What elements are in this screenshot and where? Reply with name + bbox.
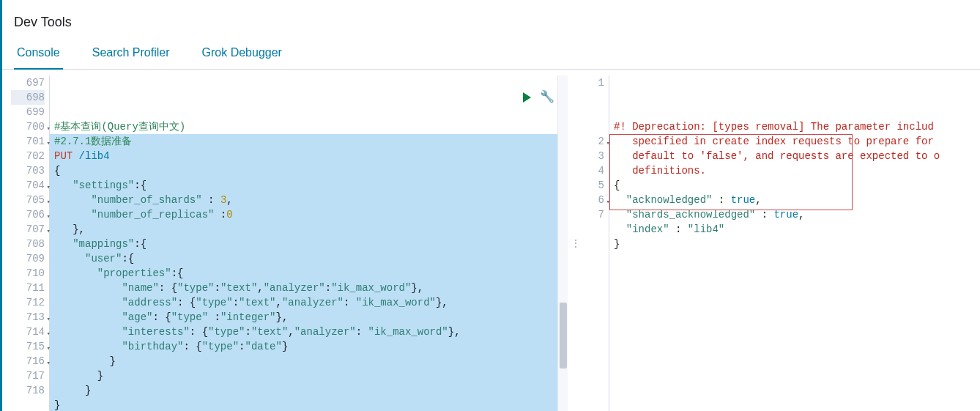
editor-scrollbar[interactable] bbox=[557, 75, 568, 411]
token: /lib4 bbox=[79, 150, 110, 162]
line-number: 5 bbox=[582, 178, 604, 193]
token: : { bbox=[152, 311, 171, 323]
code-line[interactable]: "birthday": {"type":"date"} bbox=[50, 339, 568, 354]
play-icon[interactable] bbox=[523, 92, 531, 103]
run-tools: 🔧 bbox=[523, 90, 554, 105]
token: : { bbox=[177, 297, 196, 308]
token: PUT bbox=[54, 150, 79, 162]
wrench-icon[interactable]: 🔧 bbox=[540, 90, 554, 105]
editor-code[interactable]: #基本查询(Query查询中文)#2.7.1数据准备PUT /lib4{ "se… bbox=[50, 75, 568, 411]
token: "ik_max_word" bbox=[368, 326, 448, 338]
code-line[interactable]: "name": {"type":"text","analyzer":"ik_ma… bbox=[50, 281, 568, 295]
code-line[interactable]: } bbox=[609, 237, 980, 251]
code-line[interactable]: "number_of_replicas" :0 bbox=[50, 207, 568, 222]
token: : bbox=[233, 297, 239, 308]
line-number: 707▾ bbox=[11, 222, 45, 237]
token: : bbox=[755, 209, 773, 221]
token: "text" bbox=[220, 282, 257, 294]
line-number: 701▾ bbox=[11, 134, 45, 149]
token: "text" bbox=[251, 326, 288, 338]
code-line[interactable]: } bbox=[50, 369, 568, 383]
code-line[interactable]: PUT /lib4 bbox=[50, 149, 568, 163]
token bbox=[54, 179, 73, 191]
code-line[interactable]: { bbox=[50, 163, 568, 178]
token: "address" bbox=[122, 297, 177, 308]
line-number: 704▾ bbox=[11, 178, 45, 193]
token bbox=[54, 297, 122, 308]
tabs: Console Search Profiler Grok Debugger bbox=[2, 34, 980, 70]
token: true bbox=[773, 209, 798, 221]
token: "date" bbox=[245, 341, 281, 352]
response-viewer: 12▾3456▾7 #! Deprecation: [types removal… bbox=[582, 75, 980, 411]
line-number: 4 bbox=[582, 163, 604, 178]
code-line[interactable]: } bbox=[50, 398, 568, 411]
response-gutter: 12▾3456▾7 bbox=[582, 75, 609, 411]
token: "text" bbox=[239, 297, 275, 308]
request-editor: 697698699700▾701▾702703704▾705▾706▾707▾7… bbox=[11, 75, 568, 411]
pane-splitter[interactable]: ⋮ bbox=[568, 75, 582, 411]
token: "type" bbox=[171, 311, 208, 323]
token: : bbox=[356, 326, 368, 338]
line-number: 697 bbox=[11, 75, 45, 90]
token: :{ bbox=[134, 238, 146, 250]
code-line[interactable]: "shards_acknowledged" : true, bbox=[609, 207, 980, 222]
code-line[interactable]: "interests": {"type":"text","analyzer": … bbox=[50, 325, 568, 339]
code-line[interactable]: "settings":{ bbox=[50, 178, 568, 193]
code-line[interactable]: "properties":{ bbox=[50, 266, 568, 281]
workspace: 697698699700▾701▾702703704▾705▾706▾707▾7… bbox=[2, 70, 980, 411]
code-line[interactable]: #2.7.1数据准备 bbox=[50, 134, 568, 149]
code-line[interactable]: }, bbox=[50, 222, 568, 237]
tab-search-profiler[interactable]: Search Profiler bbox=[89, 42, 173, 70]
line-number: 706▾ bbox=[11, 207, 45, 222]
token: : bbox=[712, 194, 730, 206]
line-number: 1 bbox=[582, 75, 604, 134]
editor-gutter: 697698699700▾701▾702703704▾705▾706▾707▾7… bbox=[11, 75, 49, 411]
line-number: 709 bbox=[11, 251, 45, 266]
page-title: Dev Tools bbox=[2, 9, 980, 34]
token: } bbox=[54, 399, 60, 411]
token: }, bbox=[436, 297, 448, 308]
code-line[interactable]: "mappings":{ bbox=[50, 237, 568, 251]
token: }, bbox=[411, 282, 423, 294]
token bbox=[54, 194, 91, 206]
code-line[interactable]: "index" : "lib4" bbox=[609, 222, 980, 237]
tab-grok-debugger[interactable]: Grok Debugger bbox=[199, 42, 285, 70]
token: "shards_acknowledged" bbox=[626, 209, 755, 221]
token: "settings" bbox=[73, 179, 134, 191]
token: "type" bbox=[208, 326, 245, 338]
tab-console[interactable]: Console bbox=[14, 42, 63, 70]
code-line[interactable]: "acknowledged" : true, bbox=[609, 193, 980, 207]
line-number: 2▾ bbox=[582, 134, 604, 149]
token: , bbox=[226, 194, 232, 206]
code-line[interactable]: "user":{ bbox=[50, 251, 568, 266]
token: , bbox=[276, 297, 282, 308]
code-line[interactable]: "number_of_shards" : 3, bbox=[50, 193, 568, 207]
token bbox=[54, 209, 91, 221]
code-line[interactable]: { bbox=[609, 178, 980, 193]
line-number: 714▾ bbox=[11, 325, 45, 339]
line-number: 698 bbox=[11, 90, 45, 105]
token: "integer" bbox=[220, 311, 276, 323]
token: : bbox=[344, 297, 356, 308]
line-number: 3 bbox=[582, 149, 604, 163]
token: "acknowledged" bbox=[626, 194, 713, 206]
line-number: 702 bbox=[11, 149, 45, 163]
response-code[interactable]: #! Deprecation: [types removal] The para… bbox=[609, 75, 980, 411]
token: "birthday" bbox=[122, 341, 183, 352]
token: : { bbox=[190, 326, 208, 338]
code-line[interactable]: } bbox=[50, 383, 568, 398]
token bbox=[54, 267, 97, 279]
code-line[interactable] bbox=[609, 251, 980, 266]
code-line[interactable]: #基本查询(Query查询中文) bbox=[50, 119, 568, 134]
token: "number_of_replicas" bbox=[91, 209, 214, 221]
token: { bbox=[614, 179, 620, 191]
token: "ik_max_word" bbox=[356, 297, 436, 308]
token: }, bbox=[448, 326, 461, 338]
code-line[interactable]: "address": {"type":"text","analyzer": "i… bbox=[50, 295, 568, 310]
token: "analyzer" bbox=[264, 282, 325, 294]
code-line[interactable]: } bbox=[50, 354, 568, 369]
token: #2.7.1数据准备 bbox=[54, 136, 132, 147]
scroll-thumb[interactable] bbox=[560, 303, 567, 369]
code-line[interactable]: "age": {"type" :"integer"}, bbox=[50, 310, 568, 325]
code-line[interactable]: #! Deprecation: [types removal] The para… bbox=[609, 119, 980, 178]
